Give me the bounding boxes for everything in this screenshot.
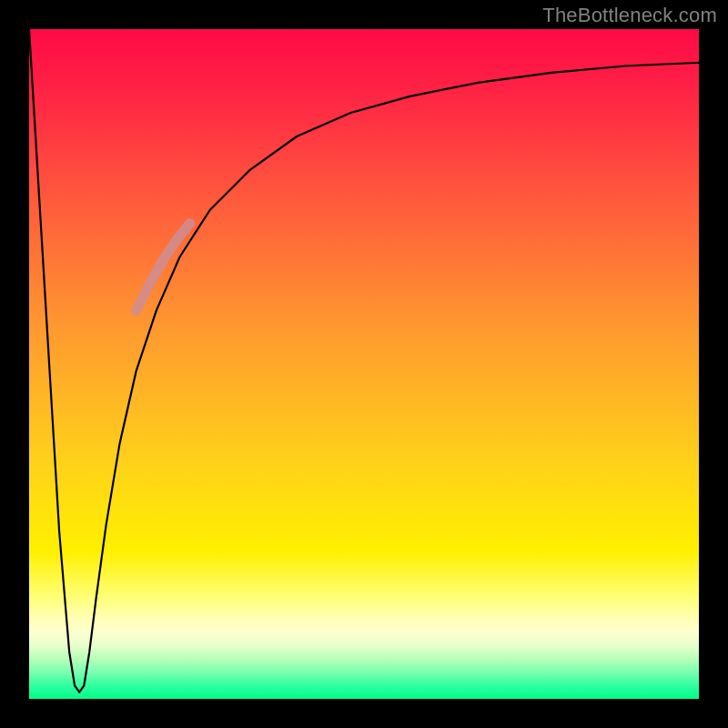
curve-layer [29,29,699,699]
watermark-text: TheBottleneck.com [542,4,717,27]
chart-stage: TheBottleneck.com [0,0,728,728]
plot-area [29,29,699,699]
bottleneck-curve [29,29,699,693]
